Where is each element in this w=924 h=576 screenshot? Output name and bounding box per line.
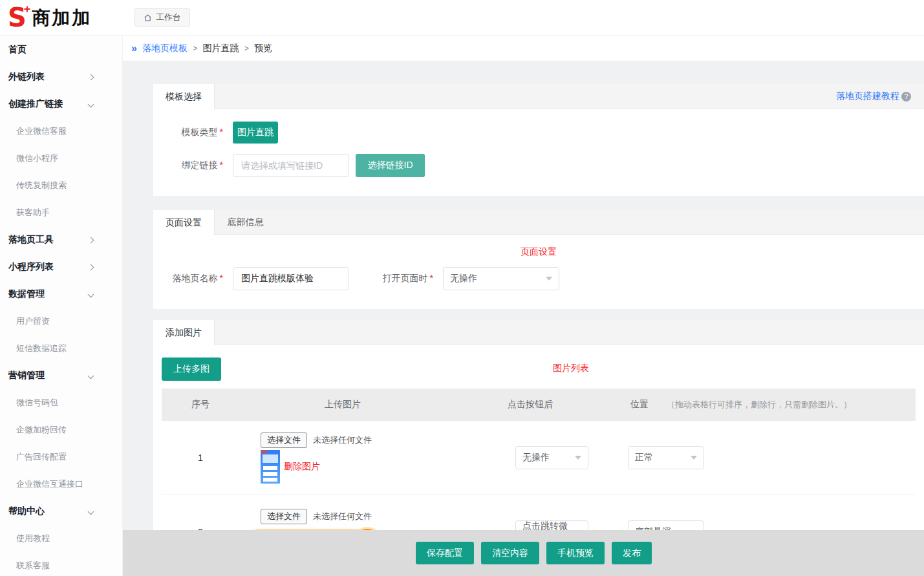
col-header-upload: 上传图片: [239, 399, 446, 411]
breadcrumb: » 落地页模板 > 图片直跳 > 预览: [123, 36, 924, 61]
sidebar-item-label: 企微加粉回传: [16, 424, 67, 436]
question-circle-icon[interactable]: ?: [901, 92, 911, 101]
sidebar-item-customer-helper[interactable]: 获客助手: [0, 199, 122, 226]
tab-add-images[interactable]: 添加图片: [153, 320, 215, 345]
breadcrumb-item-preview: 预览: [254, 43, 272, 54]
sidebar-item-ad-callback-config[interactable]: 广告回传配置: [0, 443, 122, 471]
page-name-input[interactable]: [233, 267, 349, 290]
sidebar-item-label: 帮助中心: [8, 506, 45, 517]
workbench-tab[interactable]: 工作台: [134, 8, 190, 27]
delete-image-link[interactable]: 删除图片: [284, 461, 320, 473]
sidebar-item-label: 微信号码包: [16, 397, 58, 409]
sidebar-item-label: 使用教程: [16, 533, 50, 544]
breadcrumb-separator: >: [193, 43, 198, 53]
chevron-right-icon: [88, 264, 94, 270]
select-link-id-button[interactable]: 选择链接ID: [356, 154, 425, 177]
sidebar-item-user-leads[interactable]: 用户留资: [0, 308, 122, 335]
mobile-preview-button[interactable]: 手机预览: [546, 542, 605, 564]
sidebar-item-label: 广告回传配置: [16, 451, 67, 463]
sidebar-item-wechat-number-pack[interactable]: 微信号码包: [0, 389, 122, 416]
position-select-value: 正常: [635, 452, 653, 464]
tab-page-settings[interactable]: 页面设置: [153, 210, 215, 235]
workbench-label: 工作台: [156, 12, 181, 23]
row-index: 1: [162, 453, 239, 463]
logo-plus-mark: +: [24, 5, 31, 14]
required-asterisk: *: [430, 273, 433, 283]
double-chevron-icon: »: [131, 43, 137, 54]
sidebar-item-data-management[interactable]: 数据管理: [0, 281, 122, 308]
chevron-down-icon: [88, 372, 94, 379]
sidebar-item-wechat-miniprogram[interactable]: 微信小程序: [0, 145, 122, 172]
clear-content-button[interactable]: 清空内容: [481, 542, 539, 564]
on-open-select[interactable]: 无操作: [443, 267, 559, 290]
sidebar-item-label: 企业微信互通接口: [16, 478, 83, 490]
after-click-select[interactable]: 无操作: [515, 446, 588, 469]
app-header: S+ 商加加 工作台: [0, 0, 924, 36]
sidebar-item-copy-search[interactable]: 传统复制搜索: [0, 172, 122, 199]
row-upload-cell: 选择文件 未选择任何文件 删除图片: [239, 432, 446, 484]
sidebar-item-label: 营销管理: [8, 370, 45, 381]
sidebar-item-create-promo-link[interactable]: 创建推广链接: [0, 91, 122, 118]
tab-footer-info[interactable]: 底部信息: [215, 210, 276, 235]
breadcrumb-link-landing-templates[interactable]: 落地页模板: [142, 43, 188, 54]
caret-down-icon: [691, 456, 697, 460]
sidebar-item-contact-support[interactable]: 联系客服: [0, 552, 122, 576]
sidebar-item-landing-tools[interactable]: 落地页工具: [0, 226, 122, 253]
table-row: 1 选择文件 未选择任何文件 删除图片 无操作: [162, 421, 916, 495]
caret-down-icon: [575, 456, 581, 460]
landing-tutorial-link[interactable]: 落地页搭建教程 ?: [836, 84, 911, 109]
breadcrumb-item-image-jump: 图片直跳: [203, 43, 239, 54]
sidebar-item-home[interactable]: 首页: [0, 36, 122, 63]
caret-down-icon: [546, 277, 552, 281]
chevron-right-icon: [88, 237, 94, 243]
chevron-down-icon: [88, 508, 94, 515]
sidebar-item-tutorials[interactable]: 使用教程: [0, 525, 122, 552]
chevron-down-icon: [88, 291, 94, 297]
on-open-select-value: 无操作: [450, 273, 477, 284]
sidebar-item-label: 落地页工具: [8, 234, 54, 246]
page-card-tabbar: 页面设置 底部信息: [153, 210, 924, 235]
tab-label: 添加图片: [166, 327, 202, 339]
sidebar-item-label: 获客助手: [16, 207, 50, 219]
tab-label: 底部信息: [228, 217, 264, 228]
col-header-after-click: 点击按钮后: [446, 399, 614, 411]
sidebar-item-wecom-interconnect[interactable]: 企业微信互通接口: [0, 471, 122, 498]
sidebar-item-label: 微信小程序: [16, 153, 58, 164]
sidebar-item-sms-tracking[interactable]: 短信数据追踪: [0, 335, 122, 362]
after-click-select-value: 无操作: [522, 452, 550, 464]
chevron-right-icon: [88, 74, 94, 80]
sidebar-item-wecom-fan-callback[interactable]: 企微加粉回传: [0, 416, 122, 443]
required-asterisk: *: [220, 160, 223, 170]
sidebar-item-help-center[interactable]: 帮助中心: [0, 498, 122, 525]
sidebar-item-label: 短信数据追踪: [16, 343, 67, 354]
col-header-index: 序号: [162, 399, 239, 411]
sidebar-item-marketing[interactable]: 营销管理: [0, 362, 122, 389]
file-status-text: 未选择任何文件: [313, 511, 372, 522]
home-icon: [144, 14, 152, 22]
choose-file-button[interactable]: 选择文件: [261, 432, 307, 448]
uploaded-image-thumbnail[interactable]: [261, 450, 280, 484]
template-type-label: 模板类型*: [153, 127, 223, 138]
save-config-button[interactable]: 保存配置: [416, 542, 474, 564]
chevron-down-icon: [88, 101, 94, 107]
footer-action-bar: 保存配置 清空内容 手机预览 发布: [123, 530, 924, 576]
template-select-card: 模板选择 落地页搭建教程 ? 模板类型* 图片直跳 绑定链接* 选择链接ID: [153, 84, 924, 196]
position-select[interactable]: 正常: [628, 446, 704, 469]
sidebar-item-wecom-service[interactable]: 企业微信客服: [0, 118, 122, 145]
bind-link-label: 绑定链接*: [153, 160, 223, 171]
link-id-input[interactable]: [233, 154, 349, 177]
publish-button[interactable]: 发布: [612, 542, 652, 564]
required-asterisk: *: [220, 127, 223, 137]
template-type-image-jump-button[interactable]: 图片直跳: [233, 122, 278, 144]
sidebar-item-label: 外链列表: [8, 71, 45, 83]
tab-template-select[interactable]: 模板选择: [153, 84, 215, 109]
tab-label: 页面设置: [166, 217, 202, 229]
sidebar-item-miniprogram-list[interactable]: 小程序列表: [0, 253, 122, 281]
sidebar-item-label: 用户留资: [16, 315, 50, 327]
on-open-label: 打开页面时*: [349, 273, 433, 284]
choose-file-button[interactable]: 选择文件: [261, 509, 307, 524]
sidebar-item-label: 创建推广链接: [8, 98, 63, 110]
sidebar-item-external-links[interactable]: 外链列表: [0, 63, 122, 91]
sidebar-item-label: 联系客服: [16, 560, 50, 571]
sidebar-item-label: 企业微信客服: [16, 125, 67, 137]
